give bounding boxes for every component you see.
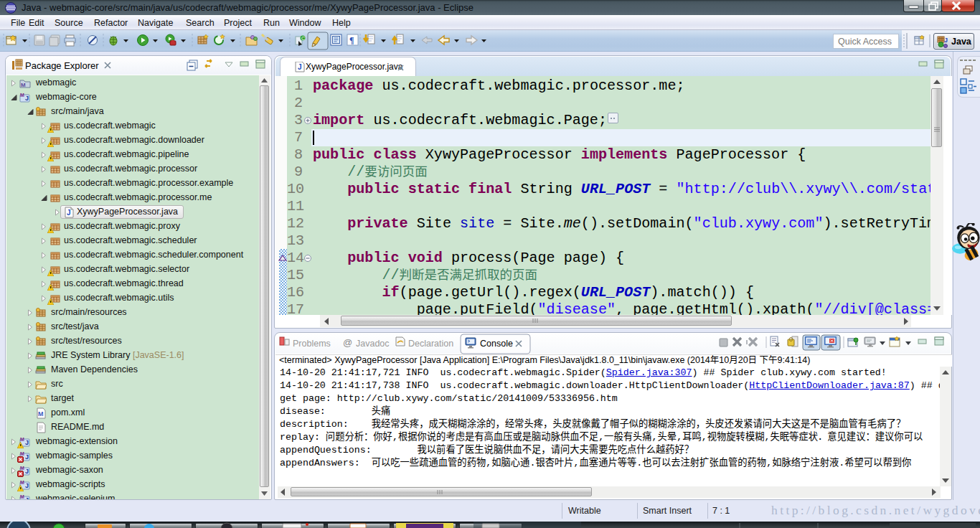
svg-text:J: J: [25, 95, 29, 102]
svg-text:J: J: [25, 496, 29, 499]
svg-text:J: J: [944, 37, 948, 44]
svg-text:M: M: [21, 82, 26, 88]
svg-text:J: J: [25, 482, 29, 489]
svg-text:M: M: [20, 93, 24, 98]
svg-text:¶: ¶: [349, 35, 354, 45]
svg-text:M: M: [20, 451, 24, 456]
svg-text:J: J: [25, 468, 29, 475]
svg-text:C: C: [301, 36, 305, 41]
svg-text:J: J: [25, 439, 29, 446]
svg-text:J: J: [25, 453, 29, 461]
svg-text:@: @: [343, 337, 352, 348]
svg-text:M: M: [38, 410, 44, 418]
svg-text:M: M: [20, 494, 24, 499]
svg-text:M: M: [20, 480, 24, 485]
svg-text:Package Explorer: Package Explorer: [25, 60, 99, 71]
svg-text:M: M: [20, 466, 24, 471]
svg-text:J: J: [67, 209, 71, 217]
svg-text:M: M: [20, 437, 24, 442]
